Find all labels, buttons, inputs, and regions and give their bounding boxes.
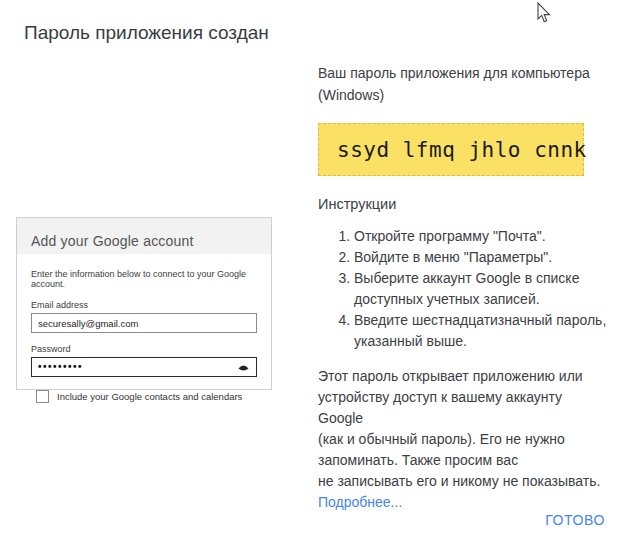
page-title: Пароль приложения создан bbox=[24, 22, 269, 44]
password-value: ••••••••• bbox=[38, 362, 83, 372]
reveal-password-eye-icon[interactable] bbox=[238, 364, 249, 372]
contacts-checkbox[interactable] bbox=[36, 390, 49, 403]
instruction-step: Введите шестнадцатизначный пароль, указа… bbox=[354, 310, 610, 352]
contacts-checkbox-row: Include your Google contacts and calenda… bbox=[31, 390, 257, 403]
dialog-body: Enter the information below to connect t… bbox=[17, 254, 271, 403]
instructions-list: Откройте программу "Почта". Войдите в ме… bbox=[318, 226, 610, 352]
app-password-value: ssyd lfmq jhlo cnnk bbox=[337, 138, 587, 162]
instruction-step: Выберите аккаунт Google в списке доступн… bbox=[354, 268, 610, 310]
password-for-text: Ваш пароль приложения для компьютера (Wi… bbox=[318, 62, 610, 106]
email-label: Email address bbox=[31, 300, 257, 310]
mouse-cursor-icon bbox=[536, 2, 552, 24]
instructions-heading: Инструкции bbox=[318, 196, 610, 212]
email-value: securesally@gmail.com bbox=[38, 318, 138, 329]
password-field[interactable]: ••••••••• bbox=[31, 357, 257, 377]
email-field[interactable]: securesally@gmail.com bbox=[31, 313, 257, 333]
learn-more-link[interactable]: Подробнее... bbox=[318, 492, 402, 513]
done-button[interactable]: ГОТОВО bbox=[543, 508, 607, 532]
app-password-box: ssyd lfmq jhlo cnnk bbox=[318, 123, 584, 176]
app-password-panel: Ваш пароль приложения для компьютера (Wi… bbox=[318, 62, 610, 513]
dialog-title: Add your Google account bbox=[31, 233, 194, 249]
dialog-header: Add your Google account bbox=[17, 218, 271, 254]
windows-add-account-dialog: Add your Google account Enter the inform… bbox=[16, 217, 272, 390]
password-note-text: Этот пароль открывает приложению или уст… bbox=[318, 366, 610, 492]
instruction-step: Войдите в меню "Параметры". bbox=[354, 247, 610, 268]
instruction-step: Откройте программу "Почта". bbox=[354, 226, 610, 247]
contacts-checkbox-label: Include your Google contacts and calenda… bbox=[57, 391, 242, 402]
password-label: Password bbox=[31, 344, 257, 354]
dialog-subtitle: Enter the information below to connect t… bbox=[31, 269, 257, 289]
